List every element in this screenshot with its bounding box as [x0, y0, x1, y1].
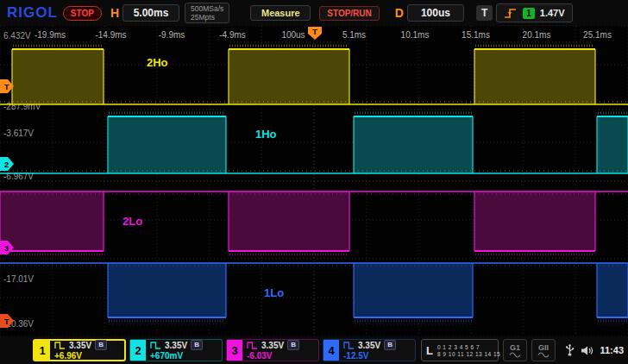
bandwidth-limit-badge: B — [287, 340, 299, 350]
channel-4-badge: 4 — [323, 340, 339, 361]
channel-3-info: 3.35VB-6.03V — [242, 340, 318, 361]
generator-1-label: G1 — [510, 343, 520, 352]
usb-icon — [565, 344, 575, 356]
channel-3-scale: 3.35V — [261, 341, 284, 350]
time-label: -9.9ms — [159, 30, 185, 40]
bottom-status-bar: 13.35VB+6.96V23.35VB+670mV33.35VB-6.03V4… — [0, 336, 628, 364]
voltage-label: -17.01V — [3, 274, 34, 284]
measure-button[interactable]: Measure — [250, 5, 311, 21]
digital-channels-row2: 8 9 10 11 12 13 14 15 — [437, 351, 500, 357]
left-marker-label: 2 — [4, 160, 9, 169]
channel-4-info: 3.35VB-12.5V — [339, 340, 415, 361]
ch3-2Lo-burst — [0, 191, 104, 251]
ch4-1Lo-label: 1Lo — [264, 286, 284, 299]
ch1-2Ho-burst — [229, 49, 349, 104]
channel-1-scale: 3.35V — [69, 341, 91, 350]
ch2-1Ho-burst — [108, 116, 226, 173]
generator-2-button[interactable]: GII — [531, 339, 556, 361]
channel-1-offset: +6.96V — [54, 351, 120, 361]
voltage-label: 6.432V — [3, 31, 31, 41]
trigger-position-label: T — [312, 28, 317, 36]
channel-1-status-box[interactable]: 13.35VB+6.96V — [33, 339, 126, 361]
trigger-source-badge: 1 — [523, 8, 535, 19]
sine-icon — [509, 352, 521, 358]
ch4-1Lo-burst — [597, 263, 628, 317]
digital-channels-row1: 0 1 2 3 4 5 6 7 — [437, 344, 500, 350]
ch2-1Ho-burst — [597, 116, 628, 173]
ch3-2Lo-burst — [474, 191, 595, 251]
generator-2-label: GII — [538, 343, 549, 352]
channel-2-offset: +670mV — [150, 351, 217, 361]
voltage-label: -3.617V — [3, 129, 34, 138]
time-label: -4.9ms — [219, 30, 246, 40]
channel-4-offset: -12.5V — [343, 351, 411, 361]
channel-3-status-box[interactable]: 33.35VB-6.03V — [226, 339, 319, 361]
trigger-section-label: T — [476, 5, 493, 21]
sine-icon — [537, 352, 550, 358]
speaker-icon[interactable] — [581, 345, 593, 356]
rigol-logo: RIGOL — [7, 4, 58, 22]
timebase-value[interactable]: 5.00ms — [122, 4, 179, 22]
channel-4-status-box[interactable]: 43.35VB-12.5V — [323, 339, 416, 361]
bandwidth-limit-badge: B — [95, 340, 107, 350]
waveform-screen: -19.9ms-14.9ms-9.9ms-4.9ms100us5.1ms10.1… — [0, 26, 628, 336]
memory-depth: 25Mpts — [191, 13, 223, 22]
time-label: 20.1ms — [523, 30, 551, 40]
channel-3-badge: 3 — [227, 340, 242, 361]
channel-2-status-box[interactable]: 23.35VB+670mV — [129, 339, 223, 361]
logic-analyzer-box[interactable]: L 0 1 2 3 4 5 6 7 8 9 10 11 12 13 14 15 — [421, 339, 499, 361]
channel-2-info: 3.35VB+670mV — [146, 340, 222, 361]
coupling-icon — [247, 342, 258, 349]
digital-channel-list: 0 1 2 3 4 5 6 7 8 9 10 11 12 13 14 15 — [437, 344, 500, 357]
ch4-1Lo-burst — [108, 263, 226, 317]
coupling-icon — [343, 342, 355, 349]
coupling-icon — [54, 342, 66, 349]
ch4-1Lo-burst — [354, 263, 473, 317]
left-marker-label: T — [4, 83, 9, 91]
delay-value[interactable]: 100us — [407, 4, 464, 22]
ch1-2Ho-label: 2Ho — [147, 56, 168, 69]
ch2-1Ho-burst — [354, 116, 473, 173]
channel-3-offset: -6.03V — [247, 351, 314, 361]
time-label: 100us — [281, 30, 305, 40]
left-marker-label: T — [4, 317, 9, 326]
top-status-bar: RIGOL STOP H 5.00ms 500MSa/s 25Mpts Meas… — [0, 0, 628, 27]
oscilloscope-ui: RIGOL STOP H 5.00ms 500MSa/s 25Mpts Meas… — [0, 0, 628, 364]
status-icons: 11:43 — [565, 344, 624, 356]
sample-rate: 500MSa/s — [191, 4, 223, 13]
time-label: 10.1ms — [401, 30, 430, 40]
coupling-icon — [150, 342, 161, 349]
time-label: 5.1ms — [342, 30, 366, 40]
time-label: 25.1ms — [583, 30, 612, 40]
generator-1-button[interactable]: G1 — [503, 339, 527, 361]
channel-1-badge: 1 — [35, 341, 50, 360]
stop-run-button[interactable]: STOP/RUN — [319, 6, 380, 21]
channel-status-container: 13.35VB+6.96V23.35VB+670mV33.35VB-6.03V4… — [29, 339, 416, 361]
ch1-2Ho-burst — [12, 49, 104, 104]
horizontal-label: H — [110, 6, 119, 20]
logic-analyzer-label: L — [422, 344, 437, 357]
time-label: 15.1ms — [462, 30, 490, 40]
delay-label: D — [395, 6, 404, 20]
trigger-level-value: 1.47V — [540, 8, 565, 18]
channel-2-badge: 2 — [130, 340, 146, 361]
bandwidth-limit-badge: B — [191, 340, 203, 350]
trigger-edge-icon — [504, 7, 518, 19]
ch3-2Lo-label: 2Lo — [122, 215, 142, 228]
channel-1-info: 3.35VB+6.96V — [50, 341, 124, 360]
acquisition-status-badge: STOP — [63, 6, 102, 21]
ch2-1Ho-label: 1Ho — [255, 128, 277, 141]
ch3-2Lo-burst — [229, 191, 349, 251]
time-label: -19.9ms — [35, 30, 66, 40]
time-label: -14.9ms — [95, 30, 126, 40]
sample-rate-box: 500MSa/s 25Mpts — [185, 3, 229, 23]
bandwidth-limit-badge: B — [384, 340, 396, 350]
left-marker-label: 3 — [4, 244, 9, 253]
ch1-2Ho-burst — [474, 49, 595, 104]
channel-2-scale: 3.35V — [165, 341, 187, 350]
channel-4-scale: 3.35V — [358, 341, 380, 350]
waveform-display: -19.9ms-14.9ms-9.9ms-4.9ms100us5.1ms10.1… — [0, 26, 628, 336]
clock: 11:43 — [600, 345, 624, 355]
trigger-status-box[interactable]: 1 1.47V — [496, 3, 572, 22]
